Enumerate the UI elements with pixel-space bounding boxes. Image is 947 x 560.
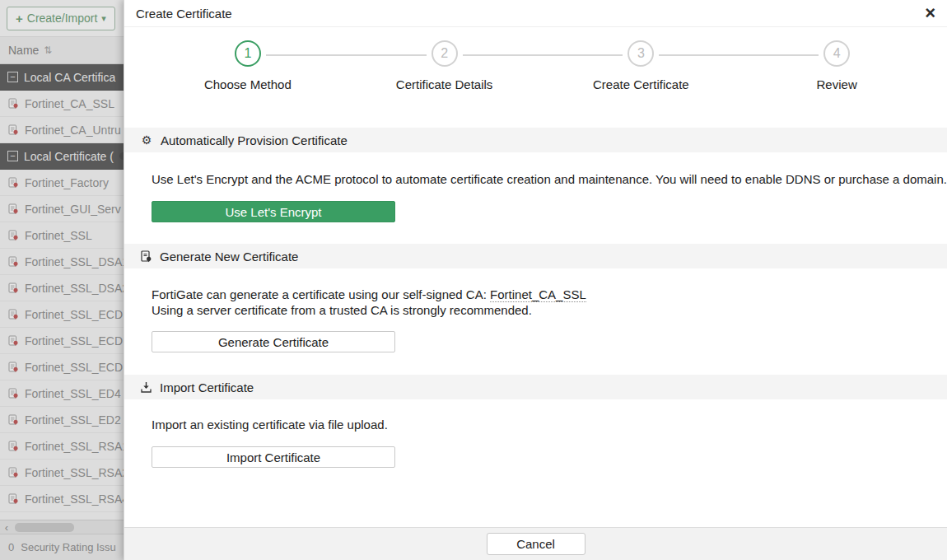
certificate-name: Fortinet_SSL_ED4 <box>25 387 121 400</box>
security-rating-count: 0 <box>8 541 14 553</box>
generate-line2: Using a server certificate from a truste… <box>152 303 532 317</box>
certificate-name: Fortinet_SSL_DSA2 <box>25 282 124 295</box>
certificate-row[interactable]: Fortinet_CA_SSL <box>0 91 124 117</box>
certificate-icon <box>7 414 19 426</box>
certificate-name: Fortinet_SSL_RSA1 <box>25 440 124 453</box>
sort-icon[interactable]: ⇅ <box>44 44 52 56</box>
modal-title: Create Certificate <box>136 7 232 21</box>
step-label: Create Certificate <box>550 77 731 91</box>
modal-footer: Cancel <box>124 527 947 560</box>
certificate-icon <box>7 441 19 452</box>
certificates-page-background: + Create/Import ▾ Name ⇅ −Local CA Certi… <box>0 0 124 560</box>
step-number-badge: 3 <box>627 40 654 67</box>
certificate-group-row[interactable]: −Local Certificate ( <box>0 143 124 170</box>
certificate-icon <box>7 177 19 189</box>
certificate-name: Local Certificate ( <box>24 150 114 163</box>
certificate-row[interactable]: Fortinet_GUI_Serv <box>0 196 124 222</box>
certificate-row[interactable]: Fortinet_SSL_DSA1 <box>0 249 124 275</box>
import-section-header: Import Certificate <box>124 375 947 399</box>
wizard-step-review: 4 Review <box>746 40 927 91</box>
wizard-steps: 1 Choose Method 2 Certificate Details 3 … <box>124 27 947 128</box>
ca-name-link[interactable]: Fortinet_CA_SSL <box>490 287 586 302</box>
provision-description: Use Let's Encrypt and the ACME protocol … <box>152 171 947 187</box>
generate-certificate-button[interactable]: Generate Certificate <box>152 331 395 352</box>
certificate-name: Fortinet_SSL_ECD <box>25 308 123 321</box>
certificates-toolbar: + Create/Import ▾ <box>0 0 124 37</box>
provision-icon: ⚙ <box>140 133 153 147</box>
certificate-row[interactable]: Fortinet_SSL_RSA4 <box>0 486 124 512</box>
certificate-icon <box>7 362 19 373</box>
certificate-icon <box>7 309 19 320</box>
certificate-row[interactable]: Fortinet_Factory <box>0 170 124 196</box>
import-description: Import an existing certificate via file … <box>152 417 947 432</box>
certificate-name: Fortinet_SSL_DSA1 <box>25 255 124 268</box>
generate-section-header: Generate New Certificate <box>124 244 947 268</box>
collapse-minus-icon[interactable]: − <box>7 72 18 82</box>
collapse-minus-icon[interactable]: − <box>7 151 18 161</box>
step-number-badge: 2 <box>432 40 458 67</box>
create-certificate-panel: Create Certificate × 1 Choose Method 2 C… <box>124 0 947 560</box>
import-heading: Import Certificate <box>160 380 254 394</box>
certificate-name: Fortinet_SSL_RSA2 <box>25 466 124 479</box>
wizard-step-create-certificate: 3 Create Certificate <box>550 40 731 91</box>
close-icon[interactable]: × <box>925 4 935 22</box>
generate-line1: FortiGate can generate a certificate usi… <box>152 287 490 301</box>
certificate-group-row[interactable]: −Local CA Certifica <box>0 64 124 91</box>
certificate-row[interactable]: Fortinet_SSL_ECD <box>0 328 124 354</box>
modal-body: 1 Choose Method 2 Certificate Details 3 … <box>124 27 947 527</box>
import-certificate-button[interactable]: Import Certificate <box>152 446 395 468</box>
create-import-button[interactable]: + Create/Import ▾ <box>7 7 115 30</box>
certificate-name: Fortinet_CA_SSL <box>25 97 114 110</box>
step-number-badge: 4 <box>823 40 850 67</box>
certificate-row[interactable]: Fortinet_SSL_RSA2 <box>0 460 124 486</box>
certificate-icon <box>7 388 19 399</box>
create-import-label: Create/Import <box>27 12 98 25</box>
certificate-icon <box>7 98 19 110</box>
certificate-row[interactable]: Fortinet_SSL_DSA2 <box>0 275 124 301</box>
certificate-icon <box>7 256 19 268</box>
certificate-name: Fortinet_CA_Untru <box>25 124 121 137</box>
certificate-icon <box>7 282 19 294</box>
caret-down-icon: ▾ <box>101 13 106 24</box>
step-number-badge: 1 <box>235 40 261 67</box>
provision-section-header: ⚙ Automatically Provision Certificate <box>124 128 947 152</box>
certificate-icon <box>7 230 19 241</box>
security-rating-footer[interactable]: 0 Security Rating Issu <box>0 534 124 560</box>
certificate-name: Fortinet_SSL_ECD <box>25 334 123 348</box>
horizontal-scrollbar[interactable]: ‹ <box>0 520 124 534</box>
security-rating-label: Security Rating Issu <box>21 541 116 553</box>
step-label: Review <box>746 77 927 91</box>
certificate-name: Fortinet_SSL_ED2 <box>25 413 121 427</box>
step-label: Certificate Details <box>354 77 535 91</box>
plus-icon: + <box>16 12 23 26</box>
certificate-row[interactable]: Fortinet_SSL_ED4 <box>0 380 124 407</box>
import-icon <box>140 381 152 394</box>
certificate-row[interactable]: Fortinet_SSL_ECD <box>0 301 124 328</box>
step-label: Choose Method <box>157 77 338 91</box>
certificate-name: Fortinet_SSL_RSA4 <box>25 492 124 506</box>
certificate-name: Fortinet_Factory <box>25 176 109 189</box>
certificate-row[interactable]: Fortinet_SSL_ED2 <box>0 407 124 433</box>
certificate-icon <box>140 250 152 263</box>
scrollbar-thumb[interactable] <box>15 523 74 532</box>
certificate-icon <box>7 203 19 215</box>
certificate-row[interactable]: Fortinet_SSL_RSA1 <box>0 433 124 460</box>
certificate-name: Fortinet_SSL <box>25 229 92 242</box>
name-column-header[interactable]: Name ⇅ <box>0 37 124 64</box>
wizard-step-certificate-details: 2 Certificate Details <box>354 40 535 91</box>
use-lets-encrypt-button[interactable]: Use Let's Encrypt <box>152 201 395 222</box>
certificate-row[interactable]: Fortinet_CA_Untru <box>0 117 124 143</box>
certificate-icon <box>7 124 19 136</box>
provision-heading: Automatically Provision Certificate <box>161 133 348 147</box>
certificate-row[interactable]: Fortinet_SSL <box>0 222 124 249</box>
certificate-icon <box>7 493 19 505</box>
certificate-name: Local CA Certifica <box>24 71 115 84</box>
certificate-row[interactable]: Fortinet_SSL_ECD <box>0 354 124 380</box>
cancel-button[interactable]: Cancel <box>487 533 585 555</box>
certificate-icon <box>7 467 19 478</box>
certificate-list: −Local CA CertificaFortinet_CA_SSLFortin… <box>0 64 124 520</box>
generate-heading: Generate New Certificate <box>160 250 298 264</box>
generate-description: FortiGate can generate a certificate usi… <box>152 287 947 318</box>
scroll-left-arrow-icon[interactable]: ‹ <box>0 521 13 534</box>
wizard-step-choose-method: 1 Choose Method <box>157 40 338 91</box>
